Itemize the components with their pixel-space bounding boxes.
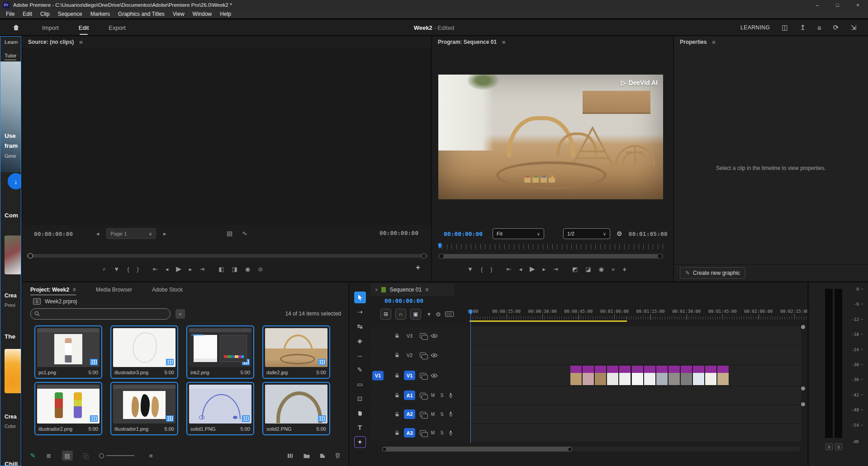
source-zoom-scrollbar[interactable]: [27, 254, 427, 258]
track-label-v2[interactable]: V2: [404, 350, 415, 360]
goto-out-icon[interactable]: ⇥: [199, 266, 204, 273]
snap-toggle[interactable]: ∩: [395, 309, 406, 320]
tutorial-title[interactable]: Crea: [5, 414, 17, 420]
timeline-clip[interactable]: [681, 366, 693, 385]
automate-to-sequence-icon[interactable]: [288, 453, 294, 458]
solo-left-button[interactable]: S: [825, 443, 833, 450]
drag-audio-only-icon[interactable]: ∿: [242, 230, 247, 237]
track-targeting-icon[interactable]: [420, 373, 426, 378]
freeform-view-button[interactable]: ⿻: [81, 451, 91, 461]
learn-tab[interactable]: Learn: [5, 39, 18, 45]
type-tool[interactable]: T: [354, 422, 366, 433]
rectangle-tool[interactable]: ▭: [354, 378, 366, 390]
menu-item[interactable]: Markers: [86, 11, 114, 17]
icon-view-button[interactable]: ▤: [62, 451, 73, 461]
linked-selection-toggle[interactable]: ▣: [410, 309, 421, 320]
mark-in-icon[interactable]: {: [481, 266, 483, 273]
tab-project[interactable]: Project: Week2≡: [30, 287, 76, 296]
lift-icon[interactable]: ◩: [572, 266, 578, 273]
hand-tool[interactable]: [354, 407, 366, 419]
timeline-clip[interactable]: [570, 366, 582, 385]
menu-item[interactable]: Window: [189, 11, 216, 17]
lock-icon[interactable]: [395, 393, 399, 398]
goto-in-icon[interactable]: ⇤: [507, 266, 512, 273]
timeline-scroll-thumb[interactable]: [382, 447, 572, 452]
track-targeting-icon[interactable]: [420, 430, 426, 435]
generative-extend-tool[interactable]: ✦: [354, 436, 366, 448]
audio-tracks-resize-handle[interactable]: [801, 402, 805, 406]
timeline-clip[interactable]: [717, 366, 729, 385]
timeline-playhead[interactable]: [470, 315, 471, 443]
panel-menu-icon[interactable]: ≡: [73, 287, 76, 293]
project-item-name[interactable]: ps1.png: [38, 370, 56, 375]
track-label-a1[interactable]: A1: [404, 391, 415, 400]
properties-panel-title[interactable]: Properties: [680, 39, 707, 45]
program-panel-title[interactable]: Program: Sequence 01: [438, 39, 497, 45]
zoom-slider-handle[interactable]: [99, 453, 104, 458]
video-tracks-resize-handle[interactable]: [801, 325, 805, 329]
more-buttons-icon[interactable]: »: [612, 266, 615, 273]
page-select-dropdown[interactable]: Page 1∨: [106, 228, 156, 239]
minimize-button[interactable]: –: [807, 0, 827, 10]
timeline-clip[interactable]: [607, 366, 619, 385]
close-button[interactable]: ×: [848, 0, 868, 10]
add-marker-icon[interactable]: ▼: [467, 266, 473, 273]
drag-video-only-icon[interactable]: ▤: [227, 230, 232, 237]
mic-icon[interactable]: [449, 393, 453, 398]
project-item-card[interactable]: ps1.png 5:00: [34, 325, 102, 379]
project-item-card[interactable]: illustrador2.png 5:00: [34, 382, 102, 435]
settings-wrench-icon[interactable]: ⚙: [617, 230, 622, 237]
step-back-icon[interactable]: ◂: [166, 266, 169, 273]
track-label-a3[interactable]: A3: [404, 428, 415, 438]
track-targeting-icon[interactable]: [420, 353, 426, 358]
timeline-clip[interactable]: [656, 366, 668, 385]
home-icon[interactable]: [13, 24, 19, 31]
pen-tool[interactable]: ✎: [354, 364, 366, 376]
lock-icon[interactable]: [395, 373, 399, 378]
panel-menu-icon[interactable]: ≡: [425, 287, 428, 293]
menu-item[interactable]: View: [169, 11, 189, 17]
sort-icons-button[interactable]: ≡: [146, 451, 157, 461]
panel-menu-icon[interactable]: ≡: [712, 39, 716, 46]
next-page-icon[interactable]: ▸: [163, 231, 166, 237]
find-icon[interactable]: ⌕: [103, 265, 106, 273]
program-mini-timeline[interactable]: [438, 243, 663, 249]
track-targeting-icon[interactable]: [420, 412, 426, 417]
track-lane-a2[interactable]: [470, 405, 801, 423]
lock-icon[interactable]: [395, 430, 399, 435]
playback-resolution-dropdown[interactable]: 1/2∨: [563, 228, 610, 239]
menu-item[interactable]: File: [2, 11, 19, 17]
trash-icon[interactable]: [335, 453, 340, 458]
project-item-name[interactable]: illustrador1.png: [114, 426, 148, 432]
lock-icon[interactable]: [395, 333, 399, 338]
find-in-project-button[interactable]: ⌕: [175, 309, 185, 319]
project-breadcrumb[interactable]: ↥ Week2.prproj: [22, 296, 348, 307]
track-lane-v1[interactable]: [470, 365, 801, 386]
step-back-icon[interactable]: ◂: [519, 266, 522, 273]
source-patch-v1[interactable]: V1: [372, 371, 384, 380]
writable-pencil-icon[interactable]: ✎: [30, 452, 36, 459]
quick-export-icon[interactable]: ↥: [800, 24, 806, 32]
mark-out-icon[interactable]: }: [137, 266, 139, 273]
menu-item[interactable]: Graphics and Titles: [114, 11, 169, 17]
track-lane-v2[interactable]: [470, 346, 801, 364]
timeline-clip[interactable]: [595, 366, 607, 385]
tab-export[interactable]: Export: [109, 20, 126, 36]
program-playhead[interactable]: [438, 243, 441, 249]
mark-in-icon[interactable]: {: [127, 266, 129, 273]
insert-icon[interactable]: ◧: [218, 266, 224, 273]
project-item-name[interactable]: ink2.png: [190, 370, 209, 375]
solo-button[interactable]: S: [440, 430, 444, 435]
solo-button[interactable]: S: [440, 393, 444, 398]
track-lane-a1[interactable]: [470, 386, 801, 404]
project-item-card[interactable]: illustrador1.png 5:00: [110, 382, 178, 435]
timeline-clip[interactable]: [619, 366, 631, 385]
track-lane-a3[interactable]: [470, 424, 801, 442]
mark-out-icon[interactable]: }: [490, 266, 492, 273]
project-item-card[interactable]: solid2.PNG 5:00: [262, 382, 330, 435]
maximize-button[interactable]: □: [827, 0, 848, 10]
sync-settings-icon[interactable]: ⟳: [833, 24, 839, 32]
track-label-a2[interactable]: A2: [404, 410, 415, 419]
track-lane-v3[interactable]: [470, 326, 801, 345]
lock-icon[interactable]: [395, 412, 399, 417]
